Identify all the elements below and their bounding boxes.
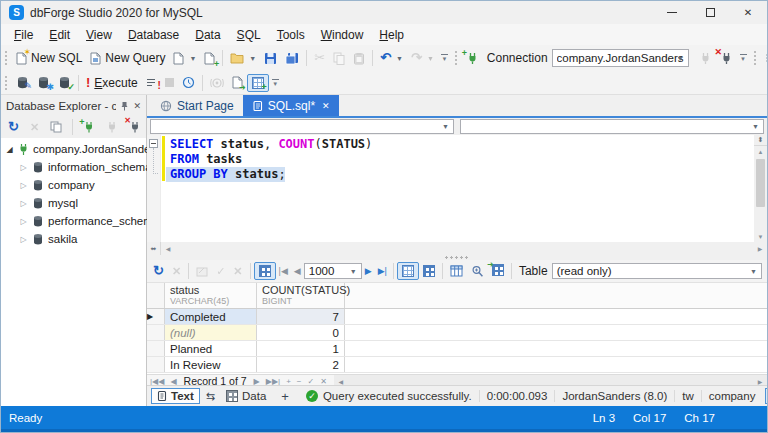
menu-view[interactable]: View [78, 26, 120, 44]
swap-view-icon[interactable]: ⇆ [206, 390, 215, 403]
tab-close-icon[interactable]: ✕ [322, 101, 330, 111]
close-button[interactable]: ✕ [729, 1, 767, 24]
previous-page-icon[interactable]: ◀ [291, 266, 304, 276]
cut-button[interactable]: ✂ [310, 50, 329, 66]
scroll-down-icon[interactable]: ▼ [754, 231, 767, 242]
tree-node-connection[interactable]: ◢ company.JordanSanders [1, 140, 146, 158]
cell-status[interactable]: (null) [165, 325, 257, 340]
cell-count[interactable]: 7 [257, 309, 345, 324]
editor-combobox-left[interactable]: ▼ [150, 119, 454, 134]
disconnect-button[interactable]: ✕ [716, 50, 737, 67]
menu-sql[interactable]: SQL [229, 26, 269, 44]
paging-mode-button[interactable] [254, 262, 276, 280]
cancel-changes-button[interactable]: ✕ [229, 263, 246, 280]
show-results-grid-button[interactable]: + [247, 74, 269, 92]
menu-data[interactable]: Data [187, 26, 228, 44]
results-stop-button[interactable]: ✕ [168, 263, 185, 280]
tree-node-database[interactable]: ▷ information_schema [1, 158, 146, 176]
new-query-button[interactable]: New Query [86, 49, 169, 67]
explorer-connect-button[interactable] [102, 119, 122, 135]
scroll-right-icon[interactable]: ▶ [753, 245, 767, 252]
database-check-button[interactable]: ✓ [54, 74, 75, 91]
save-button[interactable] [260, 50, 281, 67]
next-page-icon[interactable]: ▶ [362, 266, 375, 276]
page-size-combobox[interactable]: 1000 ▼ [304, 263, 362, 279]
scroll-up-icon[interactable]: ▲ [754, 146, 767, 157]
menu-help[interactable]: Help [371, 26, 412, 44]
cell-status[interactable]: Planned [165, 341, 257, 356]
maximize-button[interactable] [691, 1, 729, 24]
expander-collapsed-icon[interactable]: ▷ [19, 199, 28, 208]
tab-sql-document[interactable]: SQL.sql* ✕ [243, 95, 339, 116]
tree-node-database[interactable]: ▷ sakila [1, 230, 146, 248]
minimize-button[interactable] [653, 1, 691, 24]
delete-button[interactable]: ✕ [26, 119, 43, 136]
table-row[interactable]: In Review 2 [147, 357, 767, 373]
menu-tools[interactable]: Tools [269, 26, 313, 44]
explorer-disconnect-button[interactable]: ✕ [125, 119, 145, 135]
table-mode-combobox[interactable]: (read only) ▼ [552, 263, 762, 279]
new-file-button[interactable]: + [200, 50, 219, 67]
scrollbar-thumb[interactable] [756, 159, 765, 207]
cell-status[interactable]: Completed [165, 309, 257, 324]
column-header-status[interactable]: status VARCHAR(45) [165, 283, 257, 308]
query-profiler-button[interactable] [206, 75, 228, 91]
toolbar-grip[interactable] [753, 50, 758, 66]
editor-combobox-right[interactable]: ▼ [460, 119, 764, 134]
tab-start-page[interactable]: Start Page [151, 95, 243, 116]
add-view-icon[interactable]: + [277, 389, 293, 404]
expander-collapsed-icon[interactable]: ▷ [19, 181, 28, 190]
paste-button[interactable] [349, 50, 369, 67]
copy-button[interactable] [329, 50, 349, 67]
expander-collapsed-icon[interactable]: ▷ [19, 217, 28, 226]
table-row[interactable]: Planned 1 [147, 341, 767, 357]
connection-combobox[interactable]: company.JordanSanders ▼ [552, 49, 689, 67]
split-editor-handle[interactable]: ⬍ [754, 135, 767, 146]
menu-file[interactable]: File [6, 26, 41, 44]
menu-window[interactable]: Window [313, 26, 372, 44]
expander-collapsed-icon[interactable]: ▷ [19, 163, 28, 172]
toolbar-overflow-button[interactable]: ▼ [269, 77, 282, 89]
last-page-icon[interactable]: ▶| [375, 266, 390, 276]
sql-editor[interactable]: SELECT status, COUNT(STATUS) FROM tasks … [147, 135, 754, 242]
columns-button[interactable] [446, 263, 467, 279]
toolbar-overflow-button[interactable]: ▼ [438, 52, 451, 64]
connect-button[interactable] [695, 50, 716, 67]
text-view-tab[interactable]: Text [151, 388, 200, 404]
apply-changes-button[interactable]: ✓ [212, 263, 229, 280]
go-to-row-button[interactable]: ➜ [488, 262, 508, 281]
row-selector-cell[interactable] [147, 357, 165, 372]
editor-horizontal-scrollbar[interactable]: ⬌ ◀ ▶ [147, 242, 767, 255]
cell-count[interactable]: 2 [257, 357, 345, 372]
refresh-button[interactable]: ↻ [4, 119, 23, 135]
scroll-left-icon[interactable]: ◀ [334, 378, 348, 385]
new-connection-button[interactable]: + [462, 50, 483, 67]
scroll-left-icon[interactable]: ◀ [161, 245, 175, 252]
row-selector-cell[interactable] [147, 341, 165, 356]
expander-expanded-icon[interactable]: ◢ [5, 145, 14, 154]
table-row[interactable]: ▶ Completed 7 [147, 309, 767, 325]
execute-button[interactable]: ! Execute [82, 73, 142, 92]
toolbar-grip[interactable] [4, 75, 9, 91]
grid-view-button[interactable] [397, 262, 419, 280]
redo-button[interactable]: ↷ ▼ [407, 50, 438, 66]
pin-icon[interactable] [120, 101, 129, 111]
save-all-button[interactable] [281, 50, 303, 67]
menu-database[interactable]: Database [120, 26, 187, 44]
results-refresh-button[interactable]: ↻ [149, 263, 168, 279]
editor-vertical-scrollbar[interactable]: ⬍ ▲ ▼ [754, 135, 767, 242]
first-page-icon[interactable]: |◀ [276, 266, 291, 276]
toolbar-grip[interactable] [4, 50, 9, 66]
column-header-count[interactable]: COUNT(STATUS) BIGINT [257, 283, 345, 308]
row-selector-cell[interactable]: ▶ [147, 309, 165, 324]
code-snippets-button[interactable] [761, 50, 768, 66]
explorer-new-connection-button[interactable]: + [79, 119, 99, 135]
execute-script-button[interactable]: ! [142, 75, 161, 91]
tree-node-database[interactable]: ▷ performance_schema [1, 212, 146, 230]
toolbar-overflow-button[interactable]: ▼ [737, 52, 750, 64]
panel-close-icon[interactable]: ✕ [133, 101, 141, 111]
history-button[interactable] [178, 74, 199, 91]
database-settings-button[interactable]: ✱ [33, 74, 54, 91]
new-document-button[interactable]: ▼ [169, 50, 200, 67]
database-edit-button[interactable]: ✎ [12, 74, 33, 91]
